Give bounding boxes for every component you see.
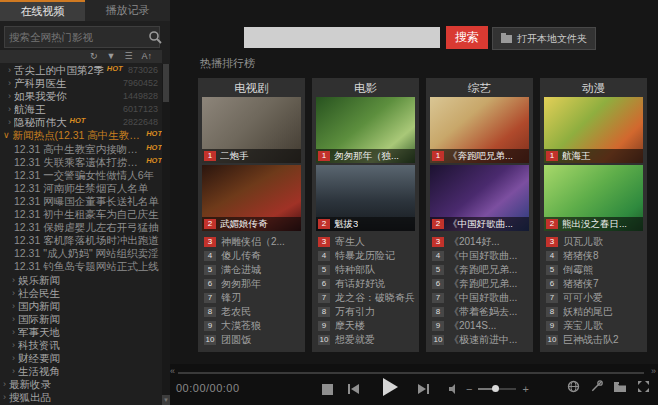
sidebar-news-item[interactable]: 12.31 一交警骗女性做情人6年 <box>0 169 162 182</box>
rank-list-item[interactable]: 3《2014好... <box>432 235 533 249</box>
poster-thumbnail[interactable]: 1匆匆那年（独... <box>316 97 415 163</box>
volume-up-button[interactable]: + <box>522 382 528 396</box>
sidebar-footer-item[interactable]: ›搜狐出品 <box>0 391 162 404</box>
play-button[interactable] <box>383 378 398 396</box>
rank-list-item[interactable]: 3贝瓦儿歌 <box>546 235 647 249</box>
rank-list-item[interactable]: 6匆匆那年 <box>204 277 305 291</box>
rank-list-item[interactable]: 3寄生人 <box>318 235 419 249</box>
rank-list-item[interactable]: 4特暴龙历险记 <box>318 249 419 263</box>
rank-list-item[interactable]: 7龙之谷：破晓奇兵 <box>318 291 419 305</box>
sidebar-show-item[interactable]: ›如果我爱你1449828 <box>0 90 162 103</box>
search-icon[interactable] <box>148 30 162 44</box>
expand-arrow-icon[interactable]: › <box>12 300 15 313</box>
sidebar-category-item[interactable]: ›国际新闻 <box>0 313 162 326</box>
sidebar-category-item[interactable]: ›财经要闻 <box>0 352 162 365</box>
sidebar-search-input[interactable] <box>5 31 148 43</box>
poster-thumbnail[interactable]: 2魁拔3 <box>316 165 415 231</box>
stop-button[interactable] <box>322 384 333 395</box>
sidebar-category-item[interactable]: ›军事天地 <box>0 326 162 339</box>
fullscreen-icon[interactable] <box>637 380 650 393</box>
expand-arrow-icon[interactable]: › <box>12 326 15 339</box>
browser-icon[interactable] <box>567 380 580 393</box>
sidebar-search-box[interactable] <box>4 26 160 48</box>
open-local-folder-button[interactable]: 打开本地文件夹 <box>492 27 596 50</box>
rank-list-item[interactable]: 6猪猪侠7 <box>546 277 647 291</box>
rank-list-item[interactable]: 7锋刃 <box>204 291 305 305</box>
expand-arrow-icon[interactable]: › <box>12 365 15 378</box>
tab-online-video[interactable]: 在线视频 <box>0 0 85 21</box>
volume-down-button[interactable]: − <box>466 382 472 396</box>
sort-list-icon[interactable]: ☰ <box>124 50 132 63</box>
search-button[interactable]: 搜索 <box>446 26 488 49</box>
expand-arrow-icon[interactable]: › <box>12 339 15 352</box>
sidebar-category-item[interactable]: ›生活视角 <box>0 365 162 378</box>
expand-arrow-icon[interactable]: › <box>8 103 11 116</box>
rank-list-item[interactable]: 8妖精的尾巴 <box>546 305 647 319</box>
settings-wrench-icon[interactable] <box>590 380 603 393</box>
previous-button[interactable] <box>348 384 359 394</box>
tab-play-history[interactable]: 播放记录 <box>85 0 170 21</box>
volume-slider[interactable] <box>478 388 516 390</box>
rank-list-item[interactable]: 8万有引力 <box>318 305 419 319</box>
sort-az-icon[interactable]: A↑ <box>141 50 152 63</box>
sidebar-show-item[interactable]: ›隐秘而伟大HOT2822648 <box>0 116 162 129</box>
sidebar-news-item[interactable]: 12.31 客机降落机场时冲出跑道 <box>0 234 162 247</box>
open-folder-icon[interactable] <box>613 381 627 393</box>
rank-list-item[interactable]: 9大漠苍狼 <box>204 319 305 333</box>
expand-arrow-icon[interactable]: › <box>8 116 11 129</box>
rank-list-item[interactable]: 8老农民 <box>204 305 305 319</box>
rank-list-item[interactable]: 7可可小爱 <box>546 291 647 305</box>
filter-icon[interactable]: ▼ <box>106 50 115 63</box>
rank-list-item[interactable]: 4猪猪侠8 <box>546 249 647 263</box>
main-search-input[interactable] <box>244 27 440 48</box>
sidebar-news-item[interactable]: 12.31 保姆虐婴儿左右开弓猛抽 <box>0 221 162 234</box>
rank-list-item[interactable]: 9亲宝儿歌 <box>546 319 647 333</box>
rank-list-item[interactable]: 9摩天楼 <box>318 319 419 333</box>
sidebar-show-item[interactable]: ›舌尖上的中国第2季HOT873026 <box>0 64 162 77</box>
sidebar-news-item[interactable]: 12.31 初中生租豪车为自己庆生 <box>0 208 162 221</box>
volume-handle[interactable] <box>492 385 499 392</box>
rank-list-item[interactable]: 5特种部队 <box>318 263 419 277</box>
rank-list-item[interactable]: 3神雕侠侣（2... <box>204 235 305 249</box>
sidebar-news-group-header[interactable]: ∨新闻热点(12.31 高中生教室内...HOT <box>0 129 162 142</box>
sidebar-show-item[interactable]: ›产科男医生7960452 <box>0 77 162 90</box>
seek-forward-icon[interactable]: » <box>651 366 656 376</box>
sidebar-news-item[interactable]: 12.31 "成人奶妈" 网站组织卖淫 <box>0 247 162 260</box>
poster-thumbnail[interactable]: 1《奔跑吧兄弟... <box>430 97 529 163</box>
rank-list-item[interactable]: 10《极速前进中... <box>432 333 533 347</box>
rank-list-item[interactable]: 10想爱就爱 <box>318 333 419 347</box>
sidebar-footer-item[interactable]: ›最新收录 <box>0 378 162 391</box>
sidebar-news-item[interactable]: 12.31 钓鱼岛专题网站正式上线 <box>0 260 162 273</box>
expand-arrow-icon[interactable]: › <box>8 90 11 103</box>
expand-arrow-icon[interactable]: › <box>12 287 15 300</box>
rank-list-item[interactable]: 8《带着爸妈去... <box>432 305 533 319</box>
rank-list-item[interactable]: 5倒霉熊 <box>546 263 647 277</box>
rank-list-item[interactable]: 4傻儿传奇 <box>204 249 305 263</box>
expand-arrow-icon[interactable]: › <box>12 313 15 326</box>
poster-thumbnail[interactable]: 2熊出没之春日... <box>544 165 643 231</box>
sidebar-news-item[interactable]: 12.31 失联乘客遗体打捞出水HOT <box>0 156 162 169</box>
expand-arrow-icon[interactable]: › <box>3 378 6 391</box>
rank-list-item[interactable]: 5《奔跑吧兄弟... <box>432 263 533 277</box>
refresh-icon[interactable]: ↻ <box>90 50 98 63</box>
poster-thumbnail[interactable]: 1航海王 <box>544 97 643 163</box>
rank-list-item[interactable]: 10巨神战击队2 <box>546 333 647 347</box>
expand-arrow-icon[interactable]: ∨ <box>3 129 10 142</box>
next-button[interactable] <box>418 384 429 394</box>
poster-thumbnail[interactable]: 1二炮手 <box>202 97 301 163</box>
expand-arrow-icon[interactable]: › <box>8 64 11 77</box>
poster-thumbnail[interactable]: 2武媚娘传奇 <box>202 165 301 231</box>
expand-arrow-icon[interactable]: › <box>8 77 11 90</box>
scrollbar-down-arrow[interactable]: ▼ <box>162 395 170 405</box>
scrollbar-thumb[interactable] <box>163 64 169 102</box>
rank-list-item[interactable]: 4《中国好歌曲... <box>432 249 533 263</box>
sidebar-category-item[interactable]: ›社会民生 <box>0 287 162 300</box>
sidebar-category-item[interactable]: ›科技资讯 <box>0 339 162 352</box>
sidebar-news-item[interactable]: 12.31 河南师生禁烟百人名单 <box>0 182 162 195</box>
sidebar-show-item[interactable]: ›航海王6017123 <box>0 103 162 116</box>
rank-list-item[interactable]: 6有话好好说 <box>318 277 419 291</box>
sidebar-scrollbar[interactable]: ▼ <box>162 64 170 405</box>
seek-bar[interactable] <box>178 372 644 374</box>
poster-thumbnail[interactable]: 2《中国好歌曲... <box>430 165 529 231</box>
rank-list-item[interactable]: 6《奔跑吧兄弟... <box>432 277 533 291</box>
